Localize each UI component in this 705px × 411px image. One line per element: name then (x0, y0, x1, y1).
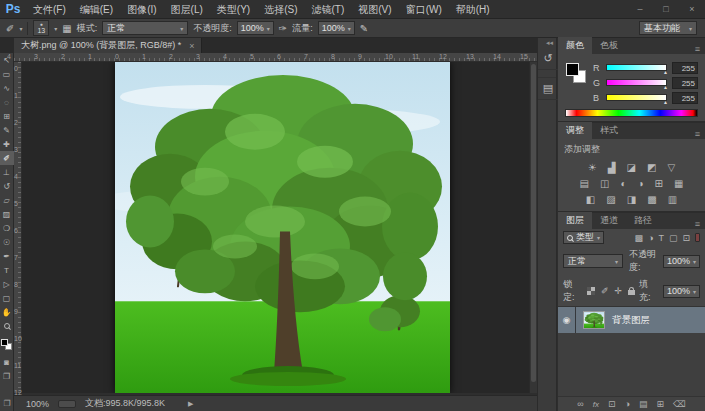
maximize-window-button[interactable]: □ (653, 0, 679, 19)
menu-item-类型(Y)[interactable]: 类型(Y) (210, 0, 257, 19)
document-tab[interactable]: 大树.png @ 100% (背景图层, RGB/8#) * × (14, 38, 202, 53)
menu-item-视图(V)[interactable]: 视图(V) (351, 0, 398, 19)
healing-brush-tool[interactable]: ✚ (0, 137, 14, 151)
color-spectrum-ramp[interactable] (565, 109, 698, 117)
screen-mode-corner-icon[interactable]: ❐ (0, 395, 14, 411)
layer-filter-select[interactable]: 类型 ▾ (563, 231, 604, 244)
layer-style-icon[interactable]: fx (593, 400, 599, 409)
slider-handle-icon[interactable]: ▲ (663, 84, 668, 90)
adjustments-menu-icon[interactable]: ≡ (690, 129, 705, 139)
type-tool[interactable]: T (0, 263, 14, 277)
path-selection-tool[interactable]: ▷ (0, 277, 14, 291)
expand-panels-icon[interactable]: ◂◂ (538, 38, 556, 48)
menu-item-滤镜(T)[interactable]: 滤镜(T) (305, 0, 352, 19)
color-tab-色板[interactable]: 色板 (592, 37, 626, 54)
lock-all-icon[interactable] (628, 290, 635, 295)
tablet-pressure-opacity-icon[interactable]: ✑ (279, 23, 287, 34)
layer-filtering-toggle[interactable] (695, 233, 700, 242)
history-brush-tool[interactable]: ↺ (0, 179, 14, 193)
color-menu-icon[interactable]: ≡ (690, 44, 705, 54)
filter-shape-layers-icon[interactable]: ▢ (669, 233, 678, 243)
color-balance-icon[interactable]: ◫ (600, 178, 609, 189)
pen-tool[interactable]: ✒ (0, 249, 14, 263)
blend-mode-select[interactable]: 正常 ▾ (102, 21, 188, 35)
menu-item-图层(L)[interactable]: 图层(L) (164, 0, 210, 19)
scrollbar-thumb[interactable] (531, 64, 536, 382)
curves-icon[interactable]: ◪ (627, 162, 636, 173)
menu-item-窗口(W)[interactable]: 窗口(W) (399, 0, 449, 19)
menu-item-文件(F)[interactable]: 文件(F) (26, 0, 73, 19)
lock-image-pixels-icon[interactable]: ✐ (601, 286, 609, 296)
canvas-image[interactable] (115, 62, 450, 393)
lock-transparent-pixels-icon[interactable] (587, 287, 595, 295)
hue-saturation-icon[interactable]: ▤ (580, 178, 589, 189)
channel-slider-G[interactable]: ▲ (606, 79, 667, 86)
color-tab-颜色[interactable]: 颜色 (558, 37, 592, 54)
selective-color-icon[interactable]: ▩ (647, 194, 656, 205)
workspace-select[interactable]: 基本功能 ▾ (639, 21, 697, 35)
layers-tab-通道[interactable]: 通道 (592, 212, 626, 229)
crop-tool[interactable]: ⊞ (0, 109, 14, 123)
status-options-arrow-icon[interactable]: ▶ (188, 400, 193, 408)
lock-position-icon[interactable]: ✛ (614, 286, 622, 296)
quick-mask-button[interactable]: ◙ (0, 355, 14, 369)
filter-type-layers-icon[interactable]: T (658, 233, 664, 243)
vertical-scrollbar[interactable] (529, 62, 537, 393)
levels-icon[interactable]: ▟ (608, 162, 616, 173)
flow-input[interactable]: 100% ▾ (318, 21, 355, 35)
canvas-pasteboard[interactable] (22, 62, 529, 393)
menu-item-选择(S)[interactable]: 选择(S) (257, 0, 304, 19)
layer-visibility-eye-icon[interactable]: ◉ (558, 307, 576, 333)
layer-mask-icon[interactable]: ⊡ (608, 399, 616, 409)
history-panel-icon[interactable]: ↺ (538, 48, 558, 70)
zoom-tool[interactable] (0, 319, 14, 333)
photo-filter-icon[interactable]: ◑ (638, 178, 644, 189)
clone-stamp-tool[interactable]: ⊥ (0, 165, 14, 179)
channel-slider-B[interactable]: ▲ (606, 94, 667, 101)
gradient-tool[interactable]: ▨ (0, 207, 14, 221)
layer-opacity-input[interactable]: 100% ▾ (663, 255, 700, 268)
zoom-level-field[interactable]: 100% (26, 399, 49, 409)
lasso-tool[interactable]: ∿ (0, 81, 14, 95)
menu-item-图像(I)[interactable]: 图像(I) (120, 0, 163, 19)
channel-mixer-icon[interactable]: ⊞ (655, 178, 663, 189)
quick-selection-tool[interactable]: ◌ (0, 95, 14, 109)
blur-tool[interactable]: ❍ (0, 221, 14, 235)
layer-fill-input[interactable]: 100% ▾ (663, 285, 700, 298)
menu-item-编辑(E)[interactable]: 编辑(E) (73, 0, 120, 19)
gradient-map-icon[interactable]: ▥ (668, 194, 677, 205)
adjustment-layer-icon[interactable]: ◑ (624, 399, 629, 409)
brightness-contrast-icon[interactable]: ☀ (588, 162, 597, 173)
foreground-color-swatch[interactable] (566, 63, 579, 76)
layer-blend-mode-select[interactable]: 正常 ▾ (563, 254, 623, 268)
exposure-icon[interactable]: ◩ (647, 162, 656, 173)
dodge-tool[interactable]: ☉ (0, 235, 14, 249)
channel-value-G[interactable]: 255 (672, 77, 698, 89)
layers-tab-图层[interactable]: 图层 (558, 212, 592, 229)
layers-menu-icon[interactable]: ≡ (690, 219, 705, 229)
vibrance-icon[interactable]: ▽ (667, 162, 675, 173)
eraser-tool[interactable]: ▱ (0, 193, 14, 207)
layer-row[interactable]: ◉背景图层 (558, 307, 705, 333)
horizontal-scrollbar[interactable] (58, 400, 76, 408)
shape-tool[interactable]: ▢ (0, 291, 14, 305)
slider-handle-icon[interactable]: ▲ (663, 99, 668, 105)
posterize-icon[interactable]: ▨ (606, 194, 615, 205)
channel-value-B[interactable]: 255 (672, 92, 698, 104)
invert-icon[interactable]: ◧ (586, 194, 595, 205)
brush-tool[interactable]: ✐ (0, 151, 14, 165)
foreground-color-box[interactable] (1, 339, 8, 346)
close-tab-icon[interactable]: × (189, 41, 194, 51)
brush-tool-icon[interactable]: ✐ (6, 23, 14, 34)
color-panel-swatches[interactable] (566, 63, 586, 83)
threshold-icon[interactable]: ◨ (627, 194, 636, 205)
hand-tool[interactable]: ✋ (0, 305, 14, 319)
adjustments-tab-样式[interactable]: 样式 (592, 122, 626, 139)
opacity-input[interactable]: 100% ▾ (237, 21, 274, 35)
brush-preset-picker[interactable]: ● 13 (33, 20, 49, 36)
tool-preset-caret-icon[interactable]: ▾ (19, 25, 22, 32)
color-lookup-icon[interactable]: ▦ (674, 178, 683, 189)
layers-tab-路径[interactable]: 路径 (626, 212, 660, 229)
slider-handle-icon[interactable]: ▲ (663, 69, 668, 75)
filter-adjustment-layers-icon[interactable]: ◑ (648, 233, 653, 243)
